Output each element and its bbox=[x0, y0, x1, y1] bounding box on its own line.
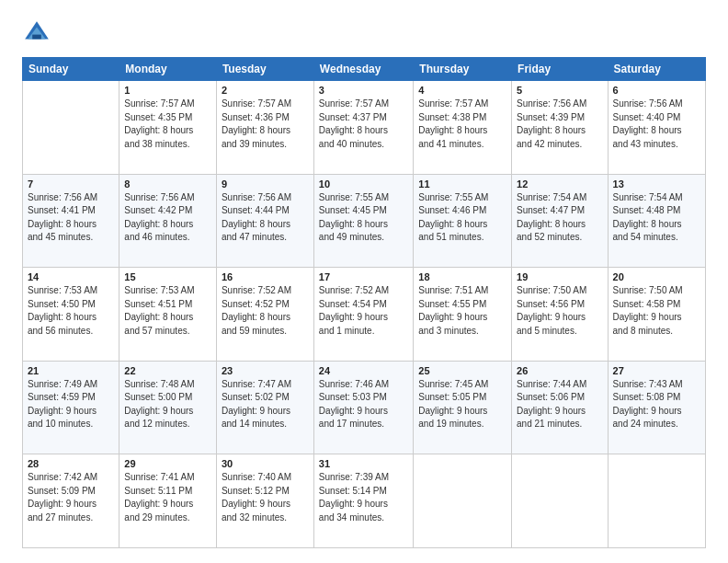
calendar-cell: 7Sunrise: 7:56 AM Sunset: 4:41 PM Daylig… bbox=[23, 174, 119, 268]
calendar-cell bbox=[512, 454, 608, 548]
day-number: 6 bbox=[613, 85, 700, 96]
day-content: Sunrise: 7:49 AM Sunset: 4:59 PM Dayligh… bbox=[28, 378, 114, 431]
day-number: 30 bbox=[222, 458, 309, 469]
day-content: Sunrise: 7:56 AM Sunset: 4:40 PM Dayligh… bbox=[613, 98, 700, 151]
calendar-cell: 18Sunrise: 7:51 AM Sunset: 4:55 PM Dayli… bbox=[414, 268, 512, 362]
weekday-header-row: SundayMondayTuesdayWednesdayThursdayFrid… bbox=[23, 58, 706, 81]
calendar-cell: 17Sunrise: 7:52 AM Sunset: 4:54 PM Dayli… bbox=[313, 268, 413, 362]
day-number: 8 bbox=[124, 178, 211, 190]
day-number: 19 bbox=[517, 271, 602, 282]
day-content: Sunrise: 7:55 AM Sunset: 4:46 PM Dayligh… bbox=[418, 191, 506, 245]
weekday-header-saturday: Saturday bbox=[608, 58, 705, 81]
weekday-header-wednesday: Wednesday bbox=[313, 58, 413, 81]
day-number: 24 bbox=[319, 365, 408, 376]
day-content: Sunrise: 7:54 AM Sunset: 4:47 PM Dayligh… bbox=[517, 191, 602, 245]
weekday-header-monday: Monday bbox=[119, 58, 217, 81]
calendar-cell: 22Sunrise: 7:48 AM Sunset: 5:00 PM Dayli… bbox=[119, 361, 217, 454]
day-content: Sunrise: 7:57 AM Sunset: 4:38 PM Dayligh… bbox=[418, 98, 506, 151]
calendar-cell: 30Sunrise: 7:40 AM Sunset: 5:12 PM Dayli… bbox=[216, 454, 313, 548]
day-number: 26 bbox=[517, 365, 602, 376]
calendar-cell bbox=[608, 454, 705, 548]
day-number: 22 bbox=[124, 365, 211, 376]
calendar-cell: 13Sunrise: 7:54 AM Sunset: 4:48 PM Dayli… bbox=[608, 174, 705, 268]
weekday-header-friday: Friday bbox=[512, 58, 608, 81]
day-number: 4 bbox=[418, 85, 506, 96]
calendar-cell: 20Sunrise: 7:50 AM Sunset: 4:58 PM Dayli… bbox=[608, 268, 705, 362]
weekday-header-tuesday: Tuesday bbox=[216, 58, 313, 81]
day-number: 1 bbox=[124, 85, 211, 96]
day-number: 3 bbox=[319, 85, 408, 96]
day-content: Sunrise: 7:40 AM Sunset: 5:12 PM Dayligh… bbox=[222, 471, 309, 524]
calendar-cell bbox=[23, 81, 119, 175]
day-content: Sunrise: 7:53 AM Sunset: 4:51 PM Dayligh… bbox=[124, 284, 211, 338]
calendar-cell: 25Sunrise: 7:45 AM Sunset: 5:05 PM Dayli… bbox=[414, 361, 512, 454]
calendar-cell: 12Sunrise: 7:54 AM Sunset: 4:47 PM Dayli… bbox=[512, 174, 608, 268]
day-number: 9 bbox=[222, 178, 309, 190]
day-content: Sunrise: 7:55 AM Sunset: 4:45 PM Dayligh… bbox=[319, 191, 408, 245]
day-content: Sunrise: 7:56 AM Sunset: 4:39 PM Dayligh… bbox=[517, 98, 602, 151]
calendar-cell: 29Sunrise: 7:41 AM Sunset: 5:11 PM Dayli… bbox=[119, 454, 217, 548]
day-content: Sunrise: 7:52 AM Sunset: 4:52 PM Dayligh… bbox=[222, 284, 309, 338]
calendar-cell: 31Sunrise: 7:39 AM Sunset: 5:14 PM Dayli… bbox=[313, 454, 413, 548]
logo bbox=[22, 18, 55, 48]
calendar-cell bbox=[414, 454, 512, 548]
day-content: Sunrise: 7:50 AM Sunset: 4:56 PM Dayligh… bbox=[517, 284, 602, 338]
day-content: Sunrise: 7:46 AM Sunset: 5:03 PM Dayligh… bbox=[319, 378, 408, 431]
day-content: Sunrise: 7:56 AM Sunset: 4:42 PM Dayligh… bbox=[124, 191, 211, 245]
calendar-week-1: 1Sunrise: 7:57 AM Sunset: 4:35 PM Daylig… bbox=[23, 81, 706, 175]
weekday-header-sunday: Sunday bbox=[23, 58, 119, 81]
calendar-cell: 3Sunrise: 7:57 AM Sunset: 4:37 PM Daylig… bbox=[313, 81, 413, 175]
day-content: Sunrise: 7:41 AM Sunset: 5:11 PM Dayligh… bbox=[124, 471, 211, 524]
day-number: 27 bbox=[613, 365, 700, 376]
day-number: 20 bbox=[613, 271, 700, 282]
svg-rect-2 bbox=[32, 35, 41, 40]
calendar-cell: 1Sunrise: 7:57 AM Sunset: 4:35 PM Daylig… bbox=[119, 81, 217, 175]
calendar-cell: 27Sunrise: 7:43 AM Sunset: 5:08 PM Dayli… bbox=[608, 361, 705, 454]
calendar-cell: 5Sunrise: 7:56 AM Sunset: 4:39 PM Daylig… bbox=[512, 81, 608, 175]
day-content: Sunrise: 7:57 AM Sunset: 4:36 PM Dayligh… bbox=[222, 98, 309, 151]
day-content: Sunrise: 7:39 AM Sunset: 5:14 PM Dayligh… bbox=[319, 471, 408, 524]
day-number: 18 bbox=[418, 271, 506, 282]
day-number: 31 bbox=[319, 458, 408, 469]
calendar-cell: 8Sunrise: 7:56 AM Sunset: 4:42 PM Daylig… bbox=[119, 174, 217, 268]
day-content: Sunrise: 7:44 AM Sunset: 5:06 PM Dayligh… bbox=[517, 378, 602, 431]
day-content: Sunrise: 7:47 AM Sunset: 5:02 PM Dayligh… bbox=[222, 378, 309, 431]
calendar-cell: 28Sunrise: 7:42 AM Sunset: 5:09 PM Dayli… bbox=[23, 454, 119, 548]
day-number: 7 bbox=[28, 178, 114, 190]
calendar-cell: 23Sunrise: 7:47 AM Sunset: 5:02 PM Dayli… bbox=[216, 361, 313, 454]
calendar-cell: 19Sunrise: 7:50 AM Sunset: 4:56 PM Dayli… bbox=[512, 268, 608, 362]
day-content: Sunrise: 7:56 AM Sunset: 4:41 PM Dayligh… bbox=[28, 191, 114, 245]
calendar-week-5: 28Sunrise: 7:42 AM Sunset: 5:09 PM Dayli… bbox=[23, 454, 706, 548]
day-number: 21 bbox=[28, 365, 114, 376]
day-number: 29 bbox=[124, 458, 211, 469]
calendar-week-2: 7Sunrise: 7:56 AM Sunset: 4:41 PM Daylig… bbox=[23, 174, 706, 268]
day-number: 13 bbox=[613, 178, 700, 190]
day-number: 2 bbox=[222, 85, 309, 96]
calendar-cell: 6Sunrise: 7:56 AM Sunset: 4:40 PM Daylig… bbox=[608, 81, 705, 175]
page: SundayMondayTuesdayWednesdayThursdayFrid… bbox=[0, 0, 728, 563]
header bbox=[22, 18, 706, 48]
day-number: 25 bbox=[418, 365, 506, 376]
calendar-week-4: 21Sunrise: 7:49 AM Sunset: 4:59 PM Dayli… bbox=[23, 361, 706, 454]
day-number: 28 bbox=[28, 458, 114, 469]
day-content: Sunrise: 7:43 AM Sunset: 5:08 PM Dayligh… bbox=[613, 378, 700, 431]
day-content: Sunrise: 7:57 AM Sunset: 4:35 PM Dayligh… bbox=[124, 98, 211, 151]
logo-icon bbox=[22, 18, 51, 48]
day-content: Sunrise: 7:57 AM Sunset: 4:37 PM Dayligh… bbox=[319, 98, 408, 151]
day-number: 17 bbox=[319, 271, 408, 282]
day-content: Sunrise: 7:42 AM Sunset: 5:09 PM Dayligh… bbox=[28, 471, 114, 524]
day-content: Sunrise: 7:45 AM Sunset: 5:05 PM Dayligh… bbox=[418, 378, 506, 431]
calendar-week-3: 14Sunrise: 7:53 AM Sunset: 4:50 PM Dayli… bbox=[23, 268, 706, 362]
day-number: 5 bbox=[517, 85, 602, 96]
day-number: 14 bbox=[28, 271, 114, 282]
calendar-cell: 15Sunrise: 7:53 AM Sunset: 4:51 PM Dayli… bbox=[119, 268, 217, 362]
calendar-cell: 14Sunrise: 7:53 AM Sunset: 4:50 PM Dayli… bbox=[23, 268, 119, 362]
day-content: Sunrise: 7:56 AM Sunset: 4:44 PM Dayligh… bbox=[222, 191, 309, 245]
calendar-cell: 21Sunrise: 7:49 AM Sunset: 4:59 PM Dayli… bbox=[23, 361, 119, 454]
calendar-cell: 11Sunrise: 7:55 AM Sunset: 4:46 PM Dayli… bbox=[414, 174, 512, 268]
day-content: Sunrise: 7:51 AM Sunset: 4:55 PM Dayligh… bbox=[418, 284, 506, 338]
calendar-cell: 24Sunrise: 7:46 AM Sunset: 5:03 PM Dayli… bbox=[313, 361, 413, 454]
day-content: Sunrise: 7:53 AM Sunset: 4:50 PM Dayligh… bbox=[28, 284, 114, 338]
day-number: 16 bbox=[222, 271, 309, 282]
day-content: Sunrise: 7:52 AM Sunset: 4:54 PM Dayligh… bbox=[319, 284, 408, 338]
